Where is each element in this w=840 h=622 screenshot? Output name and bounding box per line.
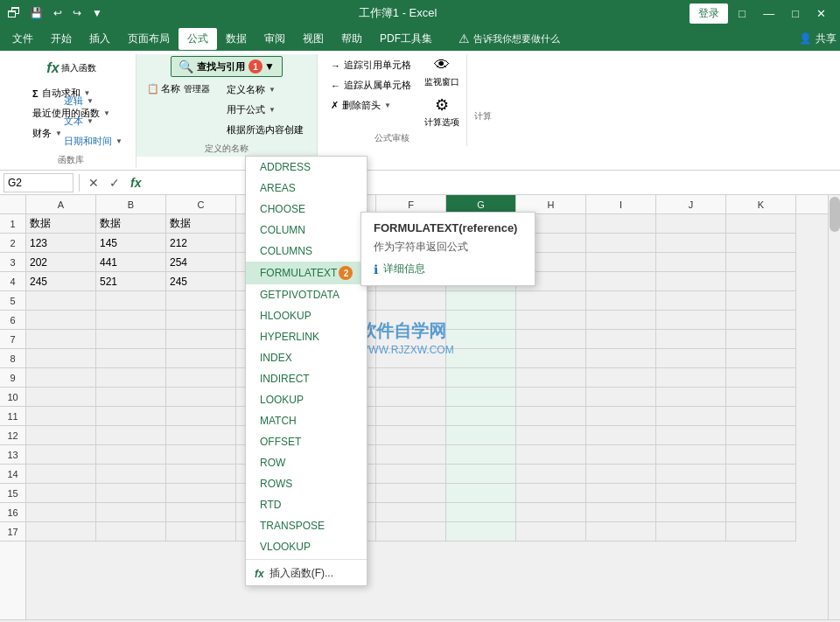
share-label[interactable]: 共享 [816,31,836,46]
cell-K2[interactable] [726,234,796,253]
cell-K1[interactable] [726,214,796,234]
cell-I1[interactable] [586,214,656,234]
cancel-formula-btn[interactable]: ✕ [85,176,102,190]
row-num-17[interactable]: 17 [0,522,25,542]
cell-C1[interactable]: 数据 [166,214,236,234]
cell-C4[interactable]: 245 [166,272,236,291]
trace-precedents-btn[interactable]: → 追踪引用单元格 [325,56,417,74]
menu-item-formulatext[interactable]: FORMULATEXT 2 [246,262,367,284]
menu-file[interactable]: 文件 [4,28,42,50]
row-num-2[interactable]: 2 [0,234,25,253]
tooltip-detail-link[interactable]: ℹ 详细信息 [374,262,522,276]
cell-K3[interactable] [726,253,796,272]
menu-data[interactable]: 数据 [217,28,256,50]
menu-item-getpivotdata[interactable]: GETPIVOTDATA [246,284,367,305]
row-num-7[interactable]: 7 [0,330,25,349]
cell-F5[interactable] [376,291,446,311]
col-header-G[interactable]: G [446,195,516,213]
menu-item-index[interactable]: INDEX [246,347,367,368]
cell-J2[interactable] [656,234,726,253]
insert-function-btn[interactable]: fx 插入函数 [40,56,102,80]
row-num-14[interactable]: 14 [0,465,25,484]
confirm-formula-btn[interactable]: ✓ [106,176,123,190]
cell-H5[interactable] [516,291,586,311]
close-btn[interactable]: ✕ [809,5,833,22]
cell-I2[interactable] [586,234,656,253]
qa-dropdown-btn[interactable]: ▼ [88,5,106,21]
cell-C5[interactable] [166,291,236,311]
cell-B4[interactable]: 521 [96,272,166,291]
row-num-9[interactable]: 9 [0,368,25,388]
menu-item-transpose[interactable]: TRANSPOSE [246,515,367,536]
cell-J3[interactable] [656,253,726,272]
cell-I4[interactable] [586,272,656,291]
menu-pdf[interactable]: PDF工具集 [371,28,441,50]
menu-item-column[interactable]: COLUMN [246,220,367,241]
menu-insert[interactable]: 插入 [80,28,119,50]
use-in-formula-btn[interactable]: 用于公式 ▼ [220,101,310,119]
col-header-A[interactable]: A [26,195,96,213]
col-header-H[interactable]: H [516,195,586,213]
cell-B5[interactable] [96,291,166,311]
menu-help[interactable]: 帮助 [332,28,371,50]
menu-item-rows[interactable]: ROWS [246,473,367,494]
menu-item-lookup[interactable]: LOOKUP [246,389,367,410]
trace-dependents-btn[interactable]: ← 追踪从属单元格 [325,76,417,94]
menu-item-row[interactable]: ROW [246,452,367,473]
menu-item-hlookup[interactable]: HLOOKUP [246,305,367,326]
menu-home[interactable]: 开始 [42,28,80,50]
cell-K4[interactable] [726,272,796,291]
row-num-12[interactable]: 12 [0,426,25,445]
cell-I3[interactable] [586,253,656,272]
cell-C2[interactable]: 212 [166,234,236,253]
cell-I5[interactable] [586,291,656,311]
define-name-btn[interactable]: 定义名称 ▼ [220,80,310,99]
cell-A3[interactable]: 202 [26,253,96,272]
vertical-scrollbar[interactable] [828,214,840,619]
text-btn[interactable]: 文本 ▼ [58,112,129,130]
calc-options-btn[interactable]: ⚙ 计算选项 [424,95,459,129]
cell-A2[interactable]: 123 [26,234,96,253]
undo-btn[interactable]: ↩ [50,5,66,21]
maximize-btn[interactable]: □ [785,5,806,22]
col-header-I[interactable]: I [586,195,656,213]
cell-J4[interactable] [656,272,726,291]
logical-btn[interactable]: 逻辑 ▼ [58,92,129,110]
minimize-btn[interactable]: — [756,5,781,22]
name-box[interactable] [4,173,74,192]
row-num-13[interactable]: 13 [0,445,25,465]
col-header-F[interactable]: F [376,195,446,213]
menu-view[interactable]: 视图 [294,28,332,50]
row-num-8[interactable]: 8 [0,349,25,368]
col-header-B[interactable]: B [96,195,166,213]
datetime-btn[interactable]: 日期和时间 ▼ [58,132,129,150]
cell-B2[interactable]: 145 [96,234,166,253]
cell-B3[interactable]: 441 [96,253,166,272]
row-num-16[interactable]: 16 [0,503,25,522]
menu-item-vlookup[interactable]: VLOOKUP [246,536,367,557]
menu-formula[interactable]: 公式 [178,28,217,50]
name-manager-btn[interactable]: 📋名称管理器 [144,80,214,97]
cell-K5[interactable] [726,291,796,311]
cell-C3[interactable]: 254 [166,253,236,272]
scroll-thumb[interactable] [830,214,840,232]
cell-A1[interactable]: 数据 [26,214,96,234]
insert-function-menu-btn[interactable]: fx 插入函数(F)... [246,562,367,585]
row-num-1[interactable]: 1 [0,214,25,234]
row-num-3[interactable]: 3 [0,253,25,272]
menu-review[interactable]: 审阅 [256,28,294,50]
lookup-ref-btn[interactable]: 🔍 查找与引用 1 ▼ [171,56,283,77]
login-button[interactable]: 登录 [690,3,728,24]
cell-A4[interactable]: 245 [26,272,96,291]
menu-item-offset[interactable]: OFFSET [246,431,367,452]
menu-item-rtd[interactable]: RTD [246,494,367,515]
create-from-selection-btn[interactable]: 根据所选内容创建 [220,121,310,139]
row-num-10[interactable]: 10 [0,388,25,407]
menu-item-indirect[interactable]: INDIRECT [246,368,367,389]
insert-function-bar-btn[interactable]: fx [127,176,144,190]
col-header-J[interactable]: J [656,195,726,213]
cell-B1[interactable]: 数据 [96,214,166,234]
remove-arrows-btn[interactable]: ✗ 删除箭头 ▼ [325,96,417,115]
row-num-15[interactable]: 15 [0,484,25,503]
menu-item-match[interactable]: MATCH [246,410,367,431]
